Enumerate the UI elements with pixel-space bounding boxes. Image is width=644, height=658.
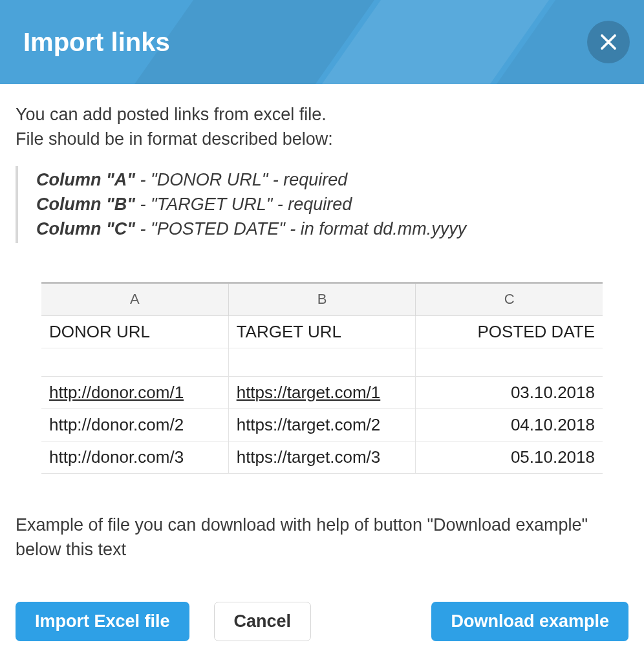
format-description: Column "A" - "DONOR URL" - required Colu… <box>16 166 628 243</box>
example-spreadsheet: A B C DONOR URL TARGET URL POSTED DATE h… <box>41 282 603 474</box>
modal-title: Import links <box>23 28 170 57</box>
cell-donor: http://donor.com/1 <box>41 377 229 409</box>
cell-donor: http://donor.com/2 <box>41 409 229 441</box>
download-example-button[interactable]: Download example <box>431 602 628 641</box>
close-button[interactable] <box>587 21 630 63</box>
col-letter-a: A <box>41 284 229 316</box>
cell-target: https://target.com/1 <box>229 377 416 409</box>
cell-target: https://target.com/2 <box>229 409 416 441</box>
download-note: Example of file you can download with he… <box>16 513 628 562</box>
import-excel-button[interactable]: Import Excel file <box>16 602 189 641</box>
intro-line-2: File should be in format described below… <box>16 127 628 151</box>
cell-donor: http://donor.com/3 <box>41 441 229 474</box>
format-column-a: Column "A" - "DONOR URL" - required <box>36 167 628 192</box>
spreadsheet-row: http://donor.com/1 https://target.com/1 … <box>41 377 603 409</box>
header-target-url: TARGET URL <box>229 316 416 348</box>
spreadsheet-row: http://donor.com/2 https://target.com/2 … <box>41 409 603 441</box>
modal-footer: Import Excel file Cancel Download exampl… <box>0 585 644 658</box>
header-donor-url: DONOR URL <box>41 316 229 348</box>
cancel-button[interactable]: Cancel <box>214 602 312 641</box>
cell-date: 04.10.2018 <box>416 409 603 441</box>
modal-body: You can add posted links from excel file… <box>0 84 644 585</box>
import-links-modal: Import links You can add posted links fr… <box>0 0 644 658</box>
col-letter-c: C <box>416 284 603 316</box>
cell-date: 03.10.2018 <box>416 377 603 409</box>
header-posted-date: POSTED DATE <box>416 316 603 348</box>
format-column-c: Column "C" - "POSTED DATE" - in format d… <box>36 217 628 241</box>
spreadsheet-row: http://donor.com/3 https://target.com/3 … <box>41 441 603 474</box>
spreadsheet-blank-row <box>41 348 603 377</box>
cell-date: 05.10.2018 <box>416 441 603 474</box>
spreadsheet-column-letters: A B C <box>41 284 603 316</box>
intro-line-1: You can add posted links from excel file… <box>16 102 628 127</box>
intro-text: You can add posted links from excel file… <box>16 102 628 152</box>
close-icon <box>599 32 618 52</box>
format-column-b: Column "B" - "TARGET URL" - required <box>36 192 628 217</box>
modal-header: Import links <box>0 0 644 84</box>
cell-target: https://target.com/3 <box>229 441 416 474</box>
spreadsheet-header-row: DONOR URL TARGET URL POSTED DATE <box>41 316 603 348</box>
col-letter-b: B <box>229 284 416 316</box>
